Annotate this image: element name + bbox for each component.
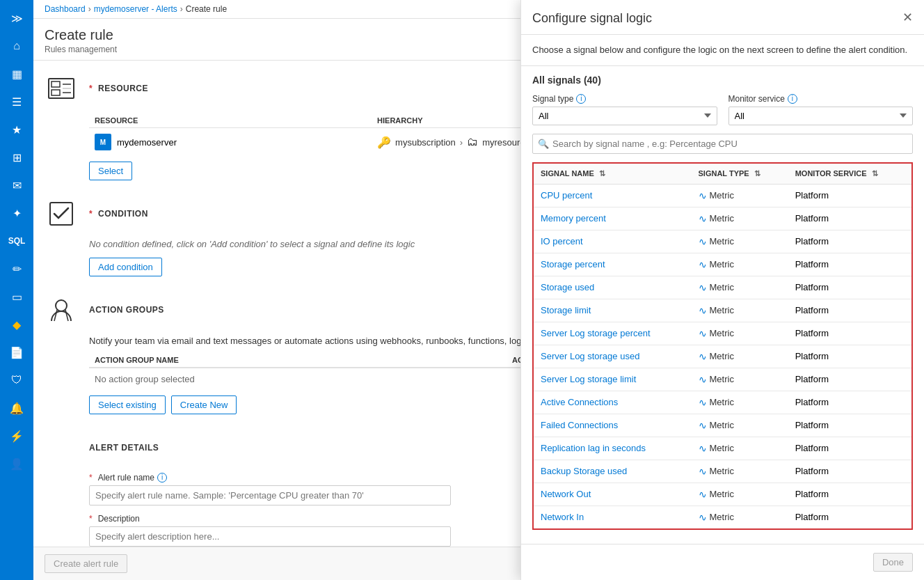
- sidebar-item-shield[interactable]: 🛡: [3, 368, 31, 393]
- signal-table-row[interactable]: IO percent ∿ Metric Platform: [533, 230, 912, 253]
- sidebar-item-dashboard[interactable]: ▦: [3, 61, 31, 86]
- signal-service-cell: Platform: [788, 276, 912, 299]
- sidebar-item-monitor[interactable]: ▭: [3, 284, 31, 309]
- signal-table-row[interactable]: Replication lag in seconds ∿ Metric Plat…: [533, 437, 912, 460]
- signal-table-row[interactable]: Server Log storage limit ∿ Metric Platfo…: [533, 368, 912, 391]
- breadcrumb-alerts[interactable]: mydemoserver - Alerts: [94, 4, 177, 14]
- bell-icon: 🔔: [10, 402, 24, 415]
- signal-name-link[interactable]: Server Log storage used: [541, 351, 639, 361]
- signal-type-filter: Signal type i All: [532, 94, 717, 125]
- signal-name-link[interactable]: Storage percent: [541, 259, 605, 269]
- signal-table-row[interactable]: Storage percent ∿ Metric Platform: [533, 253, 912, 276]
- sidebar-item-file[interactable]: 📄: [3, 340, 31, 365]
- sql-icon: SQL: [8, 236, 26, 246]
- sidebar-item-favorites[interactable]: ★: [3, 117, 31, 142]
- signal-type-cell: ∿ Metric: [699, 443, 734, 454]
- sidebar-item-messages[interactable]: ✉: [3, 173, 31, 198]
- signal-table-row[interactable]: Network Out ∿ Metric Platform: [533, 483, 912, 505]
- sidebar-item-lightning[interactable]: ⚡: [3, 423, 31, 448]
- select-existing-button[interactable]: Select existing: [89, 395, 166, 414]
- sidebar-item-diamond[interactable]: ◆: [3, 312, 31, 337]
- monitor-service-col-header[interactable]: MONITOR SERVICE ⇅: [788, 163, 912, 185]
- alert-details-title: ALERT DETAILS: [89, 443, 159, 453]
- signal-table-row[interactable]: Storage limit ∿ Metric Platform: [533, 299, 912, 322]
- home-icon: ⌂: [13, 40, 20, 52]
- sidebar-item-list[interactable]: ☰: [3, 89, 31, 114]
- action-groups-icon: [45, 293, 78, 327]
- alert-details-icon: [45, 431, 78, 464]
- signal-type-cell: ∿ Metric: [699, 328, 734, 339]
- monitor-service-info-icon: i: [788, 94, 797, 104]
- resource-avatar: M: [95, 134, 111, 150]
- alert-name-input[interactable]: [89, 485, 451, 505]
- signal-table-row[interactable]: Memory percent ∿ Metric Platform: [533, 207, 912, 230]
- create-alert-button[interactable]: Create alert rule: [45, 554, 127, 573]
- signal-name-link[interactable]: Memory percent: [541, 213, 606, 224]
- monitor-service-select[interactable]: All: [728, 107, 914, 125]
- panel-footer: Done: [521, 544, 924, 580]
- signal-type-col-header[interactable]: SIGNAL TYPE ⇅: [692, 163, 788, 185]
- signal-name-link[interactable]: Server Log storage limit: [541, 374, 636, 384]
- signal-service-cell: Platform: [788, 230, 912, 253]
- resource-section-title: * RESOURCE: [89, 84, 148, 93]
- signal-count: All signals (40): [532, 75, 913, 86]
- svg-line-8: [54, 310, 57, 321]
- signal-name-link[interactable]: Storage limit: [541, 305, 591, 315]
- signal-name-link[interactable]: IO percent: [541, 236, 583, 246]
- signal-table-row[interactable]: Server Log storage used ∿ Metric Platfor…: [533, 345, 912, 368]
- sidebar-item-sql[interactable]: SQL: [3, 228, 31, 253]
- signal-name-link[interactable]: Network Out: [541, 489, 591, 499]
- lightning-icon: ⚡: [10, 430, 24, 443]
- signal-name-link[interactable]: Server Log storage percent: [541, 328, 651, 338]
- search-icon: 🔍: [538, 139, 549, 149]
- metric-wave-icon: ∿: [699, 466, 707, 477]
- signal-name-link[interactable]: Backup Storage used: [541, 466, 627, 476]
- signal-name-link[interactable]: Storage used: [541, 282, 594, 292]
- sidebar: ≫ ⌂ ▦ ☰ ★ ⊞ ✉ ✦ SQL ✏ ▭ ◆ 📄 🛡 🔔 ⚡ 👤: [0, 0, 33, 580]
- signal-type-select[interactable]: All: [532, 107, 717, 125]
- sidebar-item-puzzle[interactable]: ✦: [3, 201, 31, 226]
- alert-desc-input[interactable]: [89, 526, 451, 547]
- panel-close-button[interactable]: ✕: [902, 11, 913, 24]
- signal-name-link[interactable]: CPU percent: [541, 190, 592, 201]
- add-condition-button[interactable]: Add condition: [89, 258, 162, 276]
- sidebar-expand[interactable]: ≫: [3, 6, 31, 31]
- signal-type-cell: ∿ Metric: [699, 190, 734, 201]
- signal-name-link[interactable]: Replication lag in seconds: [541, 443, 646, 453]
- expand-icon: ≫: [11, 12, 23, 25]
- breadcrumb-sep-2: ›: [180, 4, 183, 14]
- signal-table-row[interactable]: Storage used ∿ Metric Platform: [533, 276, 912, 299]
- metric-wave-icon: ∿: [699, 259, 707, 270]
- signal-search-input[interactable]: [532, 134, 913, 154]
- signal-table-row[interactable]: Backup Storage used ∿ Metric Platform: [533, 460, 912, 483]
- signal-service-cell: Platform: [788, 460, 912, 483]
- metric-wave-icon: ∿: [699, 489, 707, 500]
- signal-name-link[interactable]: Network In: [541, 512, 584, 522]
- signal-table-row[interactable]: Failed Connections ∿ Metric Platform: [533, 414, 912, 437]
- signal-service-cell: Platform: [788, 483, 912, 505]
- sidebar-item-bell[interactable]: 🔔: [3, 395, 31, 421]
- sidebar-item-person[interactable]: 👤: [3, 451, 31, 476]
- monitor-service-label: Monitor service i: [728, 94, 914, 104]
- sidebar-item-grid[interactable]: ⊞: [3, 145, 31, 170]
- done-button[interactable]: Done: [873, 553, 913, 572]
- signal-table-row[interactable]: Server Log storage percent ∿ Metric Plat…: [533, 322, 912, 345]
- signal-table-row[interactable]: Network In ∿ Metric Platform: [533, 505, 912, 529]
- resource-item: M mydemoserver: [95, 134, 366, 150]
- monitor-icon: ▭: [12, 290, 22, 304]
- breadcrumb-dashboard[interactable]: Dashboard: [45, 4, 86, 14]
- alert-name-info-icon: i: [157, 473, 167, 483]
- signal-table-body: CPU percent ∿ Metric Platform Memory per…: [533, 184, 912, 529]
- select-resource-button[interactable]: Select: [89, 162, 132, 180]
- signal-type-label: Signal type i: [532, 94, 717, 104]
- sidebar-item-edit[interactable]: ✏: [3, 256, 31, 281]
- create-new-button[interactable]: Create New: [171, 395, 237, 414]
- panel-header: Configure signal logic ✕: [521, 0, 924, 35]
- signal-table-row[interactable]: CPU percent ∿ Metric Platform: [533, 184, 912, 207]
- metric-wave-icon: ∿: [699, 512, 707, 523]
- sidebar-item-home[interactable]: ⌂: [3, 33, 31, 58]
- signal-name-link[interactable]: Active Connections: [541, 397, 618, 407]
- signal-table-row[interactable]: Active Connections ∿ Metric Platform: [533, 391, 912, 414]
- signal-name-link[interactable]: Failed Connections: [541, 420, 618, 430]
- signal-name-col-header[interactable]: SIGNAL NAME ⇅: [533, 163, 692, 185]
